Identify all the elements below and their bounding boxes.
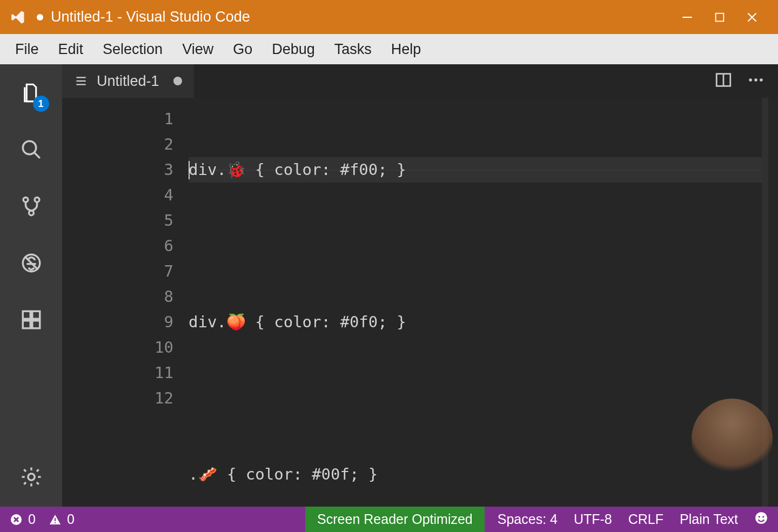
code-area[interactable]: div.🐞 { color: #f00; } div.🍑 { color: #0… — [186, 98, 762, 507]
activity-explorer-button[interactable]: 1 — [18, 79, 45, 106]
code-line[interactable]: div.🍑 { color: #0f0; } — [189, 309, 762, 335]
explorer-badge: 1 — [33, 96, 49, 112]
tab-dirty-indicator-icon — [173, 77, 182, 85]
app-body: 1 — [0, 64, 778, 507]
menu-tasks[interactable]: Tasks — [325, 36, 381, 63]
activity-source-control-button[interactable] — [18, 193, 45, 220]
svg-point-4 — [23, 141, 36, 154]
activity-search-button[interactable] — [18, 136, 45, 163]
minimap[interactable] — [762, 98, 768, 507]
code-line[interactable] — [189, 233, 762, 259]
editor-tab-untitled-1[interactable]: Untitled-1 — [62, 64, 194, 98]
tab-actions — [701, 64, 778, 98]
line-number-gutter: 1 2 3 4 5 6 7 8 9 10 11 12 — [62, 98, 186, 507]
line-number: 6 — [62, 233, 173, 259]
svg-rect-12 — [32, 311, 39, 319]
activity-settings-button[interactable] — [18, 463, 45, 490]
title-dirty-indicator-icon — [37, 14, 43, 21]
svg-point-22 — [754, 78, 757, 82]
menu-edit[interactable]: Edit — [49, 36, 93, 63]
tabs-row: Untitled-1 — [62, 64, 778, 98]
line-number: 9 — [62, 309, 173, 335]
activity-extensions-button[interactable] — [18, 306, 45, 333]
menu-debug[interactable]: Debug — [262, 36, 325, 63]
menu-view[interactable]: View — [172, 36, 223, 63]
line-number: 3 — [62, 157, 173, 183]
window-minimize-button[interactable] — [671, 0, 703, 34]
menu-bar: File Edit Selection View Go Debug Tasks … — [0, 34, 778, 64]
line-number: 10 — [62, 335, 173, 360]
window-close-button[interactable] — [736, 0, 768, 34]
vscode-logo-icon — [10, 9, 27, 26]
activity-bar: 1 — [0, 64, 62, 507]
list-icon — [74, 74, 88, 88]
status-errors[interactable]: 0 — [10, 511, 36, 527]
vertical-scrollbar[interactable] — [768, 98, 778, 507]
window-title: Untitled-1 - Visual Studio Code — [51, 9, 250, 25]
title-bar[interactable]: Untitled-1 - Visual Studio Code — [0, 0, 778, 34]
svg-point-31 — [762, 516, 764, 517]
warning-count: 0 — [67, 511, 75, 527]
line-number: 2 — [62, 132, 173, 157]
tab-label: Untitled-1 — [97, 73, 159, 90]
vscode-window: Untitled-1 - Visual Studio Code File Edi… — [0, 0, 778, 532]
line-number: 8 — [62, 284, 173, 309]
line-number: 5 — [62, 208, 173, 233]
editor-more-button[interactable] — [747, 71, 765, 91]
code-line[interactable]: div.🐞 { color: #f00; } — [189, 157, 762, 183]
status-warnings[interactable]: 0 — [49, 511, 75, 527]
activity-debug-button[interactable] — [18, 250, 45, 277]
line-number: 12 — [62, 386, 173, 411]
svg-rect-14 — [32, 321, 39, 328]
line-number: 1 — [62, 106, 173, 132]
svg-rect-1 — [716, 13, 724, 21]
editor-body[interactable]: 1 2 3 4 5 6 7 8 9 10 11 12 div.🐞 { color… — [62, 98, 778, 507]
line-number: 11 — [62, 360, 173, 386]
line-number: 4 — [62, 183, 173, 208]
svg-point-7 — [35, 197, 39, 202]
split-editor-button[interactable] — [714, 71, 733, 91]
error-count: 0 — [28, 511, 36, 527]
svg-point-15 — [28, 474, 34, 480]
menu-selection[interactable]: Selection — [93, 36, 172, 63]
svg-rect-28 — [55, 522, 56, 523]
svg-rect-11 — [23, 311, 30, 319]
menu-file[interactable]: File — [5, 36, 49, 63]
svg-point-21 — [749, 78, 752, 82]
svg-line-5 — [34, 152, 40, 158]
editor-group: Untitled-1 1 2 3 — [62, 64, 778, 507]
svg-point-23 — [760, 78, 763, 82]
svg-point-6 — [23, 197, 28, 202]
menu-go[interactable]: Go — [223, 36, 262, 63]
window-maximize-button[interactable] — [703, 0, 736, 34]
code-line[interactable] — [189, 386, 762, 411]
code-line[interactable]: .🥓 { color: #00f; } — [189, 462, 762, 487]
svg-rect-27 — [55, 518, 56, 521]
svg-rect-13 — [23, 321, 30, 328]
menu-help[interactable]: Help — [381, 36, 431, 63]
line-number: 7 — [62, 259, 173, 284]
